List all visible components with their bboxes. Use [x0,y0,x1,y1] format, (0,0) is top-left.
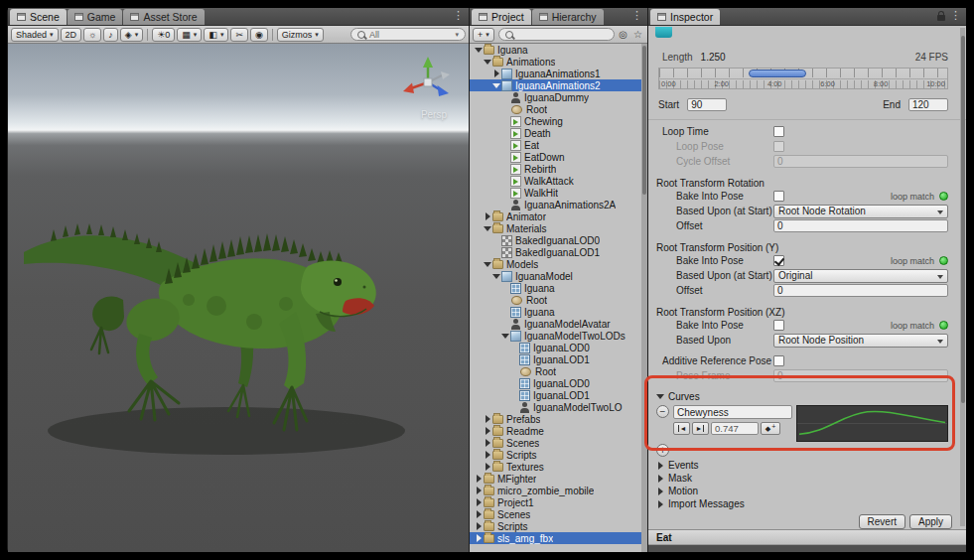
tree-row[interactable]: Root [470,103,641,115]
shading-mode-dropdown[interactable]: Shaded ▾ [11,28,59,42]
grid-dropdown[interactable]: ▦ ▾ [177,28,202,42]
tree-expand-arrow[interactable] [475,45,484,55]
tree-row[interactable]: WalkAttack [470,175,641,187]
tree-row[interactable]: Scripts [470,449,641,461]
tree-expand-arrow[interactable] [510,366,519,376]
project-scrollbar[interactable] [641,44,647,552]
tree-expand-arrow[interactable] [501,295,510,305]
remove-curve-button[interactable]: − [656,405,669,418]
tree-expand-arrow[interactable] [484,450,492,460]
tree-row[interactable]: IguanaLOD1 [470,353,641,365]
position-xz-based-upon-dropdown[interactable]: Root Node Position [773,334,948,348]
tree-row[interactable]: Root [470,365,641,377]
tree-row[interactable]: IguanaModel [470,270,641,282]
apply-button[interactable]: Apply [909,514,952,529]
curve-value-field[interactable]: 0.747 [711,422,759,435]
tree-expand-arrow[interactable] [492,271,501,281]
position-y-based-upon-dropdown[interactable]: Original [773,269,948,283]
tree-row[interactable]: IguanaLOD0 [470,342,641,353]
section-foldout[interactable]: Import Messages [648,497,966,510]
position-y-offset-field[interactable]: 0 [773,284,948,297]
camera-tool-icon[interactable]: ◉ [250,28,268,42]
tree-expand-arrow[interactable] [501,319,510,329]
tree-row[interactable]: Readme [470,425,641,437]
tree-row[interactable]: IguanaLOD0 [470,377,641,389]
tree-expand-arrow[interactable] [501,152,510,162]
tree-expand-arrow[interactable] [475,497,484,507]
position-xz-bake-checkbox[interactable] [773,320,784,331]
tree-expand-arrow[interactable] [501,331,510,341]
rotation-based-upon-dropdown[interactable]: Root Node Rotation [773,205,948,218]
iguana-model[interactable] [16,135,437,473]
tree-expand-arrow[interactable] [484,223,492,233]
first-key-button[interactable]: ◄ [673,422,690,435]
tree-expand-arrow[interactable] [510,343,519,352]
position-y-bake-checkbox[interactable] [773,255,784,266]
tree-row[interactable]: Scripts [470,520,641,532]
pose-frame-field[interactable]: 0 [773,369,948,382]
timeline-ruler[interactable]: 0:002:004:006:008:0010:00 [658,68,948,89]
rotation-bake-checkbox[interactable] [773,191,784,202]
tree-expand-arrow[interactable] [492,235,501,245]
light-count-button[interactable]: ☀ 0 [152,28,175,42]
tree-row[interactable]: Scenes [470,508,641,520]
tree-expand-arrow[interactable] [501,140,510,150]
tree-row[interactable]: Textures [470,461,641,473]
tree-expand-arrow[interactable] [501,200,510,210]
tree-row[interactable]: IguanaAnimations1 [470,68,641,79]
tree-expand-arrow[interactable] [475,486,484,495]
tree-expand-arrow[interactable] [510,390,519,400]
create-asset-button[interactable]: + ▾ [473,28,494,42]
gizmos-dropdown[interactable]: Gizmos ▾ [277,28,324,42]
tree-row[interactable]: IguanaDummy [470,91,641,103]
pane-menu-icon[interactable]: ⋮ [631,9,642,22]
scrollbar-thumb[interactable] [961,36,965,403]
tree-row[interactable]: Models [470,258,641,270]
tree-row[interactable]: Chewing [470,115,641,127]
scene-viewport[interactable]: Persp [8,44,469,552]
tree-expand-arrow[interactable] [492,69,501,78]
curves-foldout[interactable]: Curves [648,389,966,403]
animation-preview-bar[interactable]: Eat [648,529,966,545]
tree-row[interactable]: Animator [470,210,641,222]
tab-inspector[interactable]: Inspector [650,9,720,25]
tree-expand-arrow[interactable] [501,307,510,317]
pane-menu-icon[interactable]: ⋮ [950,9,961,22]
snap-dropdown[interactable]: ◧ ▾ [204,28,228,42]
tree-expand-arrow[interactable] [484,414,492,424]
tree-expand-arrow[interactable] [484,57,492,67]
tree-row[interactable]: IguanaModelAvatar [470,318,641,330]
scene-tab[interactable]: Scene [10,9,67,25]
tree-expand-arrow[interactable] [475,533,484,543]
tree-row[interactable]: sls_amg_fbx [470,532,641,544]
tree-expand-arrow[interactable] [501,164,510,174]
tree-row[interactable]: IguanaAnimations2 [470,79,641,91]
tree-expand-arrow[interactable] [501,104,510,114]
tree-row[interactable]: Root [470,294,641,306]
start-frame-field[interactable]: 90 [687,98,727,111]
perspective-label[interactable]: Persp [421,109,447,120]
tree-expand-arrow[interactable] [501,176,510,186]
tree-row[interactable]: Prefabs [470,413,641,425]
tree-expand-arrow[interactable] [501,92,510,102]
tree-row[interactable]: Rebirth [470,163,641,175]
project-tab[interactable]: Hierarchy [532,9,604,25]
search-by-type-icon[interactable]: ◎ [617,29,629,40]
tree-row[interactable]: Animations [470,56,641,68]
inspector-scrollbar[interactable] [960,28,965,526]
section-foldout[interactable]: Events [648,459,966,472]
scene-audio-toggle-icon[interactable]: ♪ [103,28,118,42]
tree-expand-arrow[interactable] [501,128,510,138]
tree-expand-arrow[interactable] [492,80,501,90]
tree-expand-arrow[interactable] [510,378,519,388]
tree-row[interactable]: Iguana [470,306,641,318]
curve-name-field[interactable]: Chewyness [673,405,792,419]
tree-expand-arrow[interactable] [501,188,510,198]
tree-expand-arrow[interactable] [492,247,501,257]
add-key-button[interactable]: ◆+ [761,422,780,435]
scene-tab[interactable]: Game [68,9,123,25]
section-foldout[interactable]: Motion [648,485,966,497]
end-frame-field[interactable]: 120 [908,98,948,111]
tree-row[interactable]: MFighter [470,473,641,485]
tree-row[interactable]: Death [470,127,641,139]
